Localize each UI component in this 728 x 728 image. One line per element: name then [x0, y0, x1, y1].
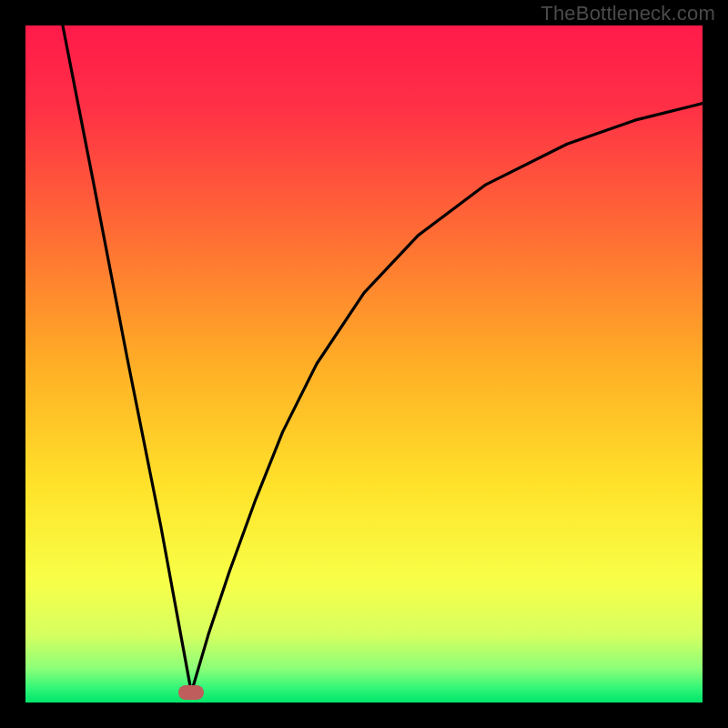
watermark-text: TheBottleneck.com [541, 2, 715, 25]
minimum-marker [178, 685, 204, 700]
bottleneck-curve [25, 25, 703, 703]
chart-stage: TheBottleneck.com [0, 0, 728, 728]
plot-area [25, 25, 703, 703]
